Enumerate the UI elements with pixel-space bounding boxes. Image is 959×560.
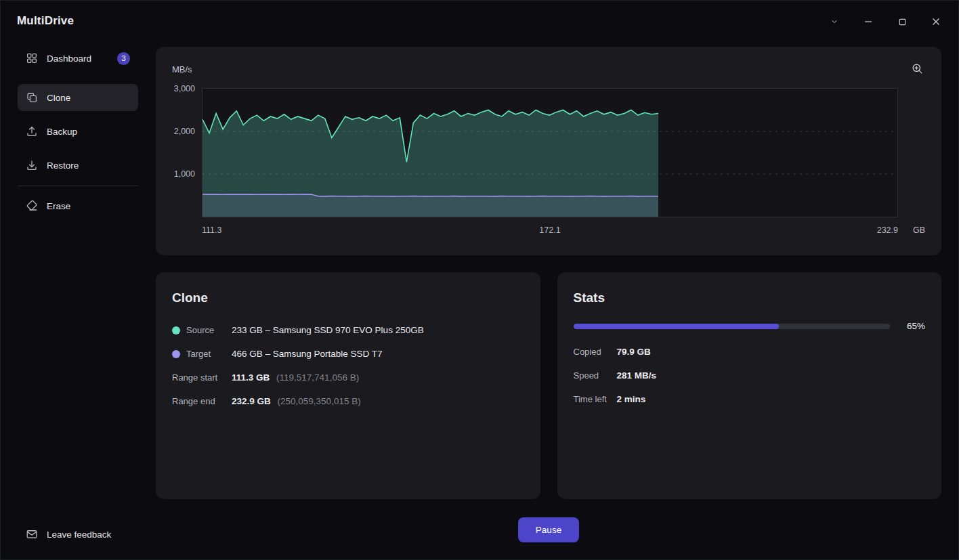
progress-bar-fill xyxy=(574,324,780,329)
source-color-dot xyxy=(172,326,180,335)
speed-value: 281 MB/s xyxy=(617,370,657,381)
minimize-button[interactable] xyxy=(854,10,882,33)
copied-label: Copied xyxy=(574,347,617,357)
sidebar: Dashboard 3 Clone Backup Restore xyxy=(1,44,142,559)
action-footer: Pause xyxy=(156,517,941,542)
sidebar-item-label: Restore xyxy=(47,160,79,171)
sidebar-item-label: Clone xyxy=(47,93,70,103)
range-start-value: 111.3 GB (119,517,741,056 B) xyxy=(232,372,359,383)
magnifier-plus-icon xyxy=(911,62,924,77)
sidebar-item-label: Dashboard xyxy=(47,53,91,64)
clone-details: Source 233 GB – Samsung SSD 970 EVO Plus… xyxy=(172,318,524,413)
y-tick-2000: 2,000 xyxy=(156,127,195,136)
target-label-cell: Target xyxy=(172,349,232,359)
clone-copy-icon xyxy=(26,91,38,104)
target-value: 466 GB – Samsung Portable SSD T7 xyxy=(232,349,383,359)
target-color-dot xyxy=(172,350,180,358)
copied-row: Copied 79.9 GB xyxy=(574,340,926,364)
speed-label: Speed xyxy=(574,370,617,381)
speed-chart-plot[interactable] xyxy=(202,88,898,217)
download-icon xyxy=(26,159,38,171)
maximize-button[interactable] xyxy=(888,10,916,33)
chevron-down-icon xyxy=(830,18,838,26)
stats-card: Stats 65% Copied 79.9 GB Speed 281 MB/s xyxy=(557,272,942,499)
stats-card-title: Stats xyxy=(574,290,926,305)
y-tick-3000: 3,000 xyxy=(156,84,195,93)
x-tick-mid: 172.1 xyxy=(202,225,898,235)
minimize-icon xyxy=(864,18,872,26)
target-row: Target 466 GB – Samsung Portable SSD T7 xyxy=(172,342,524,366)
range-end-row: Range end 232.9 GB (250,059,350,015 B) xyxy=(172,389,524,413)
envelope-icon xyxy=(26,528,38,540)
dashboard-notification-badge: 3 xyxy=(117,52,130,65)
upload-icon xyxy=(26,125,38,137)
source-value: 233 GB – Samsung SSD 970 EVO Plus 250GB xyxy=(232,325,424,335)
copied-value: 79.9 GB xyxy=(617,347,651,357)
sidebar-item-dashboard[interactable]: Dashboard 3 xyxy=(18,45,138,72)
time-left-label: Time left xyxy=(574,394,617,404)
progress-percent-label: 65% xyxy=(902,321,925,331)
range-start-bytes: (119,517,741,056 B) xyxy=(276,372,359,383)
x-tick-end: 232.9 xyxy=(877,225,898,235)
range-end-gb: 232.9 GB xyxy=(232,396,271,406)
time-left-value: 2 mins xyxy=(617,394,646,404)
y-tick-1000: 1,000 xyxy=(156,169,195,179)
eraser-icon xyxy=(26,200,38,212)
range-start-gb: 111.3 GB xyxy=(232,372,270,383)
window-menu-button[interactable] xyxy=(820,10,849,33)
range-end-label: Range end xyxy=(172,396,232,406)
x-axis-unit-label: GB xyxy=(913,225,925,235)
feedback-label: Leave feedback xyxy=(47,530,111,540)
x-axis-ticks: 111.3 172.1 232.9 xyxy=(202,225,898,236)
chart-zoom-button[interactable] xyxy=(905,58,929,82)
speed-row: Speed 281 MB/s xyxy=(574,364,926,387)
sidebar-divider xyxy=(18,186,138,186)
source-row: Source 233 GB – Samsung SSD 970 EVO Plus… xyxy=(172,318,524,342)
close-button[interactable] xyxy=(922,10,950,33)
stats-details: Copied 79.9 GB Speed 281 MB/s Time left … xyxy=(574,340,926,411)
range-start-label: Range start xyxy=(172,372,232,383)
time-left-row: Time left 2 mins xyxy=(574,387,926,411)
sidebar-item-label: Backup xyxy=(47,127,77,137)
dashboard-grid-icon xyxy=(26,52,38,64)
sidebar-item-label: Erase xyxy=(47,201,70,211)
speed-chart-card: MB/s 3,000 2,000 1,000 111.3 172.1 232.9… xyxy=(156,47,941,255)
info-cards-row: Clone Source 233 GB – Samsung SSD 970 EV… xyxy=(156,272,941,499)
sidebar-item-clone[interactable]: Clone xyxy=(18,84,138,111)
range-end-bytes: (250,059,350,015 B) xyxy=(278,396,361,406)
progress-bar-track xyxy=(574,324,891,329)
progress-row: 65% xyxy=(574,321,926,331)
leave-feedback-button[interactable]: Leave feedback xyxy=(26,528,111,540)
maximize-icon xyxy=(899,18,906,26)
range-end-value: 232.9 GB (250,059,350,015 B) xyxy=(232,396,361,406)
pause-button[interactable]: Pause xyxy=(518,517,579,542)
sidebar-item-erase[interactable]: Erase xyxy=(18,192,138,219)
app-window: MultiDrive Dashboard xyxy=(0,0,959,560)
close-icon xyxy=(932,18,940,26)
app-title: MultiDrive xyxy=(17,14,74,28)
sidebar-item-backup[interactable]: Backup xyxy=(18,118,138,145)
sidebar-item-restore[interactable]: Restore xyxy=(18,152,138,179)
y-axis-unit-label: MB/s xyxy=(172,64,192,74)
range-start-row: Range start 111.3 GB (119,517,741,056 B) xyxy=(172,366,524,389)
source-label: Source xyxy=(186,325,214,335)
source-label-cell: Source xyxy=(172,325,232,335)
window-controls xyxy=(820,10,950,33)
clone-card-title: Clone xyxy=(172,290,524,305)
clone-card: Clone Source 233 GB – Samsung SSD 970 EV… xyxy=(156,272,540,499)
target-label: Target xyxy=(186,349,211,359)
speed-chart-svg xyxy=(203,89,897,217)
main-content: MB/s 3,000 2,000 1,000 111.3 172.1 232.9… xyxy=(156,47,941,559)
